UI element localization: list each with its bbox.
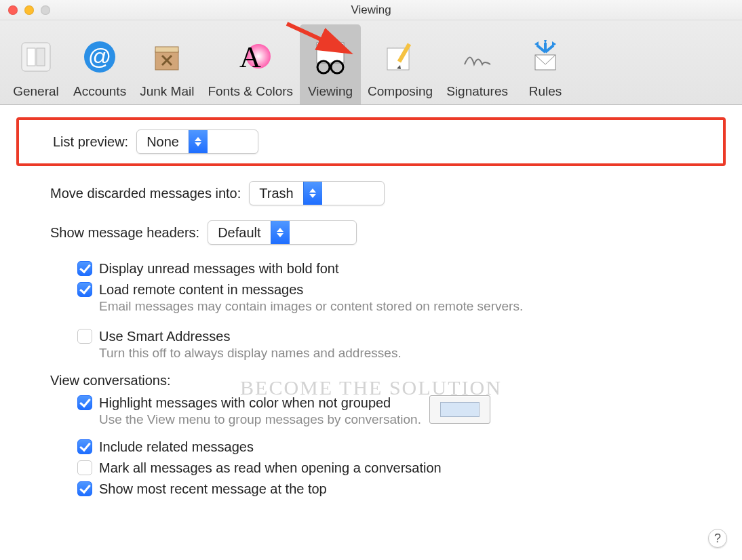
highlight-color-swatch — [440, 402, 480, 417]
recent-top-checkbox[interactable] — [77, 481, 92, 496]
tab-label: General — [13, 84, 59, 99]
titlebar: Viewing — [0, 0, 742, 20]
fonts-colors-icon: A — [230, 37, 271, 77]
composing-icon — [380, 37, 421, 77]
svg-rect-0 — [22, 43, 50, 71]
highlight-color-row: Highlight messages with color when not g… — [16, 393, 726, 430]
tab-label: Fonts & Colors — [208, 84, 293, 99]
bold-unread-label: Display unread messages with bold font — [99, 261, 339, 277]
window-title: Viewing — [0, 0, 742, 20]
help-button[interactable]: ? — [708, 529, 727, 548]
tab-label: Rules — [529, 84, 562, 99]
svg-rect-2 — [37, 48, 45, 66]
highlight-color-hint: Use the View menu to group messages by c… — [99, 412, 421, 427]
svg-rect-18 — [535, 55, 555, 70]
viewing-icon — [310, 37, 351, 77]
signatures-icon — [457, 37, 498, 77]
recent-top-row: Show most recent message at the top — [16, 479, 726, 500]
tab-accounts[interactable]: @ Accounts — [66, 24, 133, 104]
svg-rect-1 — [27, 48, 35, 66]
tab-label: Accounts — [73, 84, 126, 99]
show-headers-select[interactable]: Default — [208, 220, 357, 245]
trash-box-icon — [147, 37, 187, 77]
list-preview-select[interactable]: None — [136, 129, 258, 154]
at-sign-icon: @ — [79, 37, 120, 77]
show-headers-label: Show message headers: — [50, 225, 199, 241]
load-remote-hint: Email messages may contain images or con… — [99, 299, 523, 314]
window-controls — [8, 5, 50, 15]
svg-marker-19 — [534, 41, 539, 47]
smart-addresses-row: Use Smart Addresses Turn this off to alw… — [16, 326, 726, 363]
tab-rules[interactable]: Rules — [515, 24, 576, 104]
close-window-button[interactable] — [8, 5, 18, 15]
select-arrows-icon — [303, 182, 322, 205]
zoom-window-button[interactable] — [41, 5, 50, 15]
viewing-settings: List preview: None Move discarded messag… — [0, 105, 742, 512]
list-preview-label: List preview: — [53, 134, 128, 150]
include-related-label: Include related messages — [99, 439, 254, 455]
select-value: Default — [208, 225, 270, 241]
mark-all-read-checkbox[interactable] — [77, 460, 92, 475]
svg-text:@: @ — [88, 43, 112, 69]
mark-all-read-label: Mark all messages as read when opening a… — [99, 460, 442, 476]
show-headers-row: Show message headers: Default — [16, 216, 726, 249]
svg-marker-21 — [552, 41, 556, 47]
include-related-row: Include related messages — [16, 437, 726, 458]
recent-top-label: Show most recent message at the top — [99, 481, 327, 497]
svg-text:A: A — [239, 41, 261, 74]
tab-composing[interactable]: Composing — [361, 24, 440, 104]
svg-rect-6 — [155, 47, 178, 52]
bold-unread-checkbox[interactable] — [77, 261, 92, 276]
smart-addresses-hint: Turn this off to always display names an… — [99, 346, 402, 361]
tab-junk-mail[interactable]: Junk Mail — [133, 24, 201, 104]
tab-general[interactable]: General — [5, 24, 66, 104]
load-remote-checkbox[interactable] — [77, 282, 92, 297]
highlight-color-checkbox[interactable] — [77, 395, 92, 410]
svg-rect-12 — [338, 44, 343, 48]
tab-viewing[interactable]: Viewing — [300, 24, 361, 104]
view-conversations-label: View conversations: — [16, 363, 726, 393]
smart-addresses-checkbox[interactable] — [77, 329, 92, 344]
select-arrows-icon — [271, 221, 290, 244]
list-preview-row: List preview: None — [16, 117, 726, 166]
smart-addresses-label: Use Smart Addresses — [99, 329, 402, 344]
load-remote-row: Load remote content in messages Email me… — [16, 279, 726, 317]
rules-icon — [525, 37, 566, 77]
tab-label: Signatures — [446, 84, 508, 99]
include-related-checkbox[interactable] — [77, 439, 92, 454]
load-remote-label: Load remote content in messages — [99, 282, 523, 298]
tab-label: Composing — [368, 84, 433, 99]
bold-unread-row: Display unread messages with bold font — [16, 258, 726, 279]
mark-all-read-row: Mark all messages as read when opening a… — [16, 458, 726, 479]
move-discarded-row: Move discarded messages into: Trash — [16, 177, 726, 209]
select-arrows-icon — [189, 130, 208, 153]
tab-fonts-colors[interactable]: A Fonts & Colors — [201, 24, 300, 104]
tab-label: Junk Mail — [140, 84, 194, 99]
move-discarded-select[interactable]: Trash — [249, 181, 385, 205]
tab-label: Viewing — [308, 84, 353, 99]
move-discarded-label: Move discarded messages into: — [50, 186, 241, 201]
preferences-toolbar: General @ Accounts Junk Mail A Fonts & C… — [0, 20, 742, 105]
general-icon — [16, 37, 56, 77]
select-value: None — [137, 134, 189, 150]
highlight-color-well[interactable] — [429, 395, 490, 424]
minimize-window-button[interactable] — [24, 5, 34, 15]
tab-signatures[interactable]: Signatures — [440, 24, 515, 104]
select-value: Trash — [250, 186, 302, 201]
highlight-color-label: Highlight messages with color when not g… — [99, 395, 421, 411]
